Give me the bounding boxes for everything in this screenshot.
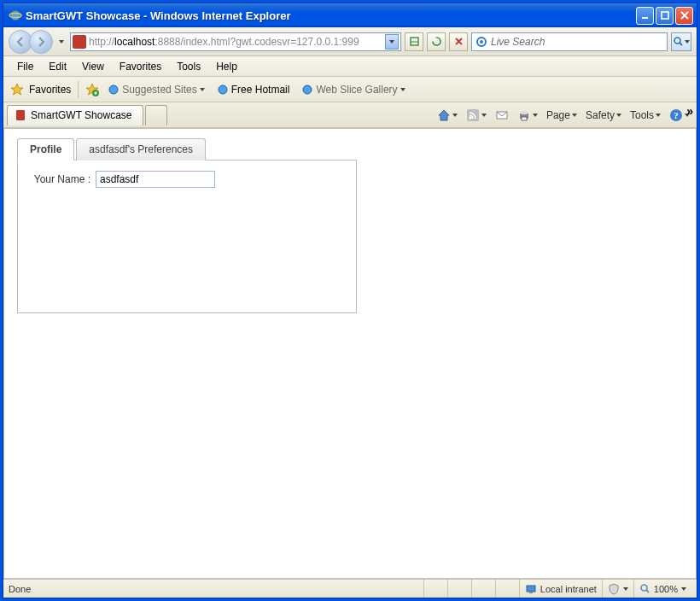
- stop-button[interactable]: [449, 32, 468, 51]
- status-cell: [447, 580, 471, 598]
- favorites-bar: Favorites Suggested Sites Free Hotmail W…: [3, 77, 697, 102]
- forward-button[interactable]: [29, 30, 53, 54]
- svg-rect-3: [662, 12, 668, 19]
- svg-point-9: [109, 85, 118, 94]
- zoom-control[interactable]: 100%: [633, 580, 691, 598]
- svg-rect-2: [642, 17, 648, 19]
- tools-menu[interactable]: Tools: [627, 108, 664, 123]
- svg-point-14: [469, 116, 472, 120]
- status-cell: [423, 580, 447, 598]
- svg-point-11: [303, 85, 312, 94]
- svg-point-7: [674, 38, 680, 44]
- menu-view[interactable]: View: [75, 58, 111, 75]
- security-zone[interactable]: Local intranet: [519, 580, 602, 598]
- menu-favorites[interactable]: Favorites: [113, 58, 168, 75]
- bing-icon: [475, 36, 487, 48]
- feeds-button[interactable]: [463, 107, 490, 124]
- svg-point-10: [219, 85, 227, 94]
- status-cell: [471, 580, 495, 598]
- navigation-row: http://localhost:8888/index.html?gwt.cod…: [3, 27, 697, 56]
- svg-rect-22: [529, 592, 533, 593]
- menu-tools[interactable]: Tools: [170, 58, 207, 75]
- ie-logo-icon: [9, 9, 22, 22]
- svg-point-23: [641, 585, 647, 591]
- page-tab[interactable]: SmartGWT Showcase: [7, 105, 143, 125]
- address-bar[interactable]: http://localhost:8888/index.html?gwt.cod…: [70, 32, 401, 51]
- page-menu[interactable]: Page: [543, 108, 580, 123]
- name-label: Your Name :: [26, 173, 90, 185]
- svg-point-6: [480, 40, 483, 44]
- page-tab-label: SmartGWT Showcase: [31, 109, 131, 121]
- suggested-sites-link[interactable]: Suggested Sites: [104, 82, 207, 97]
- svg-rect-13: [467, 109, 479, 121]
- menubar: File Edit View Favorites Tools Help: [3, 56, 697, 77]
- tab-bar: SmartGWT Showcase Page Safety Tools ? »: [3, 102, 697, 128]
- search-go-button[interactable]: [671, 32, 691, 51]
- window-title: SmartGWT Showcase - Windows Internet Exp…: [26, 9, 291, 22]
- tab-preferences[interactable]: asdfasdf's Preferences: [76, 138, 206, 160]
- protected-mode[interactable]: [602, 580, 633, 598]
- address-dropdown[interactable]: [385, 34, 399, 50]
- free-hotmail-link[interactable]: Free Hotmail: [213, 82, 294, 97]
- add-favorite-icon[interactable]: [85, 83, 99, 96]
- svg-rect-18: [522, 117, 527, 120]
- status-text: Done: [9, 584, 31, 594]
- svg-point-0: [10, 10, 20, 20]
- tab-panel-body: Your Name :: [17, 160, 357, 313]
- nav-history-dropdown[interactable]: [56, 33, 67, 50]
- menu-edit[interactable]: Edit: [42, 58, 73, 75]
- minimize-button[interactable]: [636, 7, 654, 25]
- favorites-star-icon[interactable]: [10, 83, 24, 96]
- refresh-button[interactable]: [427, 32, 446, 51]
- menu-file[interactable]: File: [10, 58, 40, 75]
- svg-rect-17: [522, 111, 527, 114]
- close-button[interactable]: [675, 7, 693, 25]
- ie-page-icon: [108, 84, 120, 96]
- address-text: http://localhost:8888/index.html?gwt.cod…: [89, 36, 382, 48]
- print-button[interactable]: [514, 107, 541, 124]
- titlebar: SmartGWT Showcase - Windows Internet Exp…: [3, 3, 697, 27]
- svg-text:?: ?: [674, 110, 679, 120]
- maximize-button[interactable]: [656, 7, 674, 25]
- search-box[interactable]: Live Search: [471, 32, 668, 51]
- shield-icon: [608, 583, 620, 595]
- safety-menu[interactable]: Safety: [582, 108, 625, 123]
- toolbar-overflow[interactable]: »: [686, 104, 693, 118]
- menu-help[interactable]: Help: [209, 58, 244, 75]
- tab-profile[interactable]: Profile: [17, 138, 74, 160]
- page-content: Profile asdfasdf's Preferences Your Name…: [3, 128, 697, 579]
- web-slice-gallery-link[interactable]: Web Slice Gallery: [298, 82, 408, 97]
- svg-rect-12: [16, 110, 25, 120]
- site-icon: [15, 109, 26, 121]
- ie-page-icon: [217, 84, 229, 96]
- name-input[interactable]: [96, 171, 215, 188]
- zoom-icon: [639, 583, 650, 594]
- search-placeholder: Live Search: [491, 36, 545, 48]
- svg-rect-21: [527, 586, 535, 592]
- status-cell: [495, 580, 519, 598]
- compat-view-button[interactable]: [405, 32, 423, 51]
- home-button[interactable]: [434, 107, 461, 124]
- read-mail-button[interactable]: [492, 107, 512, 124]
- intranet-icon: [525, 583, 537, 595]
- site-icon: [73, 35, 86, 49]
- new-tab-button[interactable]: [145, 105, 167, 125]
- favorites-label[interactable]: Favorites: [29, 84, 71, 96]
- ie-page-icon: [301, 84, 313, 96]
- status-bar: Done Local intranet 100%: [3, 579, 697, 598]
